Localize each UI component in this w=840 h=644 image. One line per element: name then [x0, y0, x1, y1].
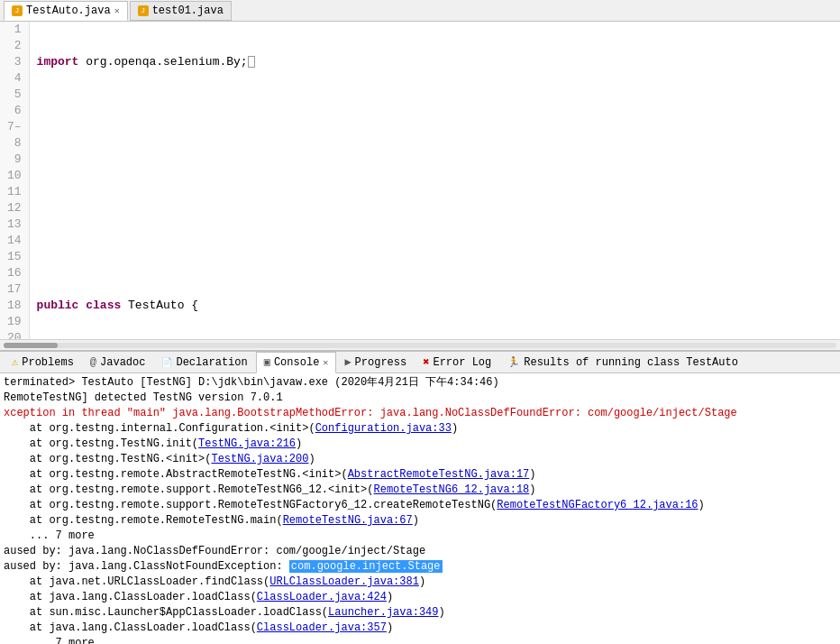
- editor-area: 1 2 3 4 5 6 7– 8 9 10 11 12 13 14 15 16 …: [0, 22, 840, 350]
- exception-line-6: at org.testng.remote.support.RemoteTestN…: [4, 498, 836, 513]
- tab-testAuto-label: TestAuto.java: [26, 5, 111, 17]
- horizontal-scrollbar[interactable]: [0, 339, 840, 350]
- exception-line-2: at org.testng.TestNG.init(TestNG.java:21…: [4, 437, 836, 452]
- tab-console-close[interactable]: ✕: [323, 357, 328, 368]
- line-numbers: 1 2 3 4 5 6 7– 8 9 10 11 12 13 14 15 16 …: [0, 22, 30, 339]
- code-line-4: [37, 200, 833, 216]
- scrollbar-track[interactable]: [4, 343, 836, 348]
- java-icon-2: J: [138, 5, 149, 16]
- exception-line-12: at java.lang.ClassLoader.loadClass(Class…: [4, 621, 836, 636]
- exception-line-9: at java.net.URLClassLoader.findClass(URL…: [4, 575, 836, 590]
- panel-tab-bar: ⚠ Problems @ Javadoc 📄 Declaration ▣ Con…: [0, 350, 840, 373]
- ln-9: 9: [7, 152, 22, 168]
- ln-16: 16: [7, 265, 22, 281]
- tab-testAuto[interactable]: J TestAuto.java ✕: [4, 1, 128, 21]
- code-line-2: [37, 103, 833, 119]
- ln-7: 7–: [7, 119, 22, 135]
- tab-problems[interactable]: ⚠ Problems: [4, 352, 82, 373]
- tab-results-label: Results of running class TestAuto: [524, 356, 738, 369]
- caused-by-2: aused by: java.lang.ClassNotFoundExcepti…: [4, 559, 836, 575]
- exception-line-1: at org.testng.internal.Configuration.<in…: [4, 421, 836, 437]
- ln-14: 14: [7, 233, 22, 249]
- code-line-1: import org.openqa.selenium.By;: [37, 54, 833, 70]
- tab-progress[interactable]: ▶ Progress: [336, 352, 415, 373]
- progress-icon: ▶: [344, 355, 351, 369]
- ln-18: 18: [7, 298, 22, 314]
- ln-5: 5: [7, 87, 22, 103]
- exception-line-13: ... 7 more: [4, 636, 836, 644]
- declaration-icon: 📄: [161, 357, 172, 368]
- ln-8: 8: [7, 135, 22, 152]
- tab-problems-label: Problems: [22, 356, 74, 369]
- ln-12: 12: [7, 200, 22, 216]
- tab-declaration[interactable]: 📄 Declaration: [153, 352, 255, 373]
- tab-console[interactable]: ▣ Console ✕: [256, 352, 337, 373]
- errorlog-icon: ✖: [423, 355, 429, 369]
- exception-line-8: ... 7 more: [4, 529, 836, 544]
- exception-line-7: at org.testng.remote.RemoteTestNG.main(R…: [4, 513, 836, 529]
- ln-4: 4: [7, 70, 22, 87]
- code-line-3: [37, 152, 833, 168]
- tab-progress-label: Progress: [355, 356, 407, 369]
- ln-13: 13: [7, 216, 22, 233]
- tab-errorlog[interactable]: ✖ Error Log: [415, 352, 499, 373]
- ln-11: 11: [7, 184, 22, 200]
- tab-console-label: Console: [274, 356, 319, 369]
- console-icon: ▣: [264, 355, 270, 369]
- ln-6: 6: [7, 103, 22, 119]
- tab-results[interactable]: 🏃 Results of running class TestAuto: [499, 352, 746, 373]
- exception-line-11: at sun.misc.Launcher$AppClassLoader.load…: [4, 605, 836, 621]
- tab-test01-label: test01.java: [152, 5, 224, 17]
- tab-test01[interactable]: J test01.java: [130, 1, 232, 21]
- ln-3: 3: [7, 54, 22, 70]
- scrollbar-thumb[interactable]: [4, 343, 58, 348]
- tab-testAuto-close[interactable]: ✕: [114, 5, 120, 16]
- tab-declaration-label: Declaration: [176, 356, 247, 369]
- ln-10: 10: [7, 168, 22, 184]
- exception-line-3: at org.testng.TestNG.<init>(TestNG.java:…: [4, 452, 836, 467]
- code-line-6: public class TestAuto {: [37, 298, 833, 314]
- ln-1: 1: [7, 22, 22, 38]
- editor-tab-bar: J TestAuto.java ✕ J test01.java: [0, 0, 840, 22]
- exception-line-5: at org.testng.remote.support.RemoteTestN…: [4, 483, 836, 498]
- ln-17: 17: [7, 281, 22, 298]
- tab-javadoc-label: Javadoc: [100, 356, 145, 369]
- caused-by-1: aused by: java.lang.NoClassDefFoundError…: [4, 544, 836, 559]
- version-line: RemoteTestNG] detected TestNG version 7.…: [4, 391, 836, 406]
- problems-icon: ⚠: [12, 355, 18, 369]
- ln-15: 15: [7, 249, 22, 265]
- exception-line-10: at java.lang.ClassLoader.loadClass(Class…: [4, 590, 836, 605]
- javadoc-icon: @: [90, 356, 96, 369]
- terminated-line: terminated> TestAuto [TestNG] D:\jdk\bin…: [4, 375, 836, 391]
- ln-2: 2: [7, 38, 22, 54]
- console-area: terminated> TestAuto [TestNG] D:\jdk\bin…: [0, 373, 840, 644]
- tab-errorlog-label: Error Log: [433, 356, 491, 369]
- tab-javadoc[interactable]: @ Javadoc: [82, 352, 154, 373]
- exception-line-0: xception in thread "main" java.lang.Boot…: [4, 406, 836, 421]
- java-icon: J: [12, 5, 23, 16]
- code-container: 1 2 3 4 5 6 7– 8 9 10 11 12 13 14 15 16 …: [0, 22, 840, 339]
- results-icon: 🏃: [507, 356, 520, 368]
- exception-line-4: at org.testng.remote.AbstractRemoteTestN…: [4, 467, 836, 483]
- code-content[interactable]: import org.openqa.selenium.By; public cl…: [30, 22, 840, 339]
- ln-19: 19: [7, 314, 22, 330]
- code-line-5: [37, 249, 833, 265]
